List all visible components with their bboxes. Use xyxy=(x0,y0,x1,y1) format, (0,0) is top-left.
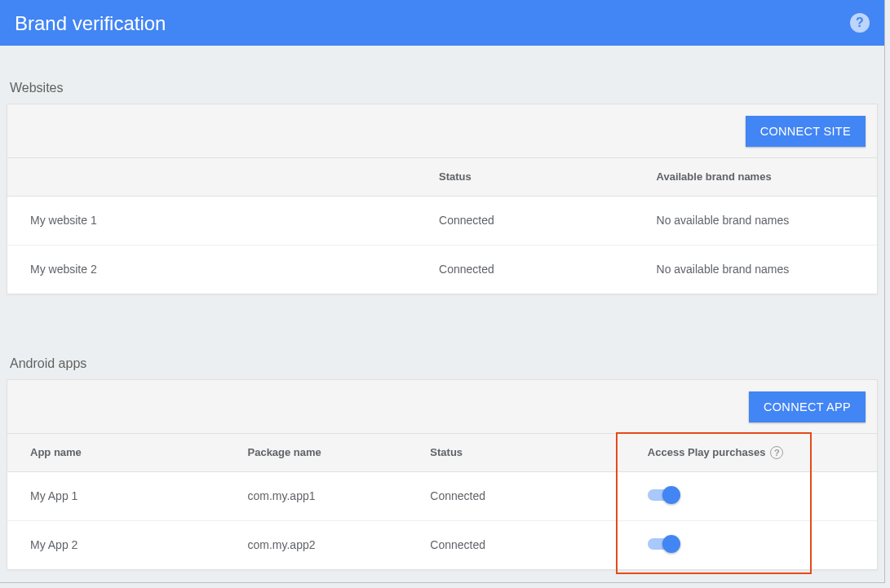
app-status: Connected xyxy=(407,520,625,569)
apps-col-access: Access Play purchases ? xyxy=(625,434,877,471)
table-row: My App 2 com.my.app2 Connected xyxy=(7,520,877,569)
app-access xyxy=(625,520,877,569)
table-row: My website 2 Connected No available bran… xyxy=(7,245,877,294)
help-icon[interactable]: ? xyxy=(770,446,783,459)
apps-col-pkg: Package name xyxy=(225,434,408,471)
help-icon[interactable]: ? xyxy=(850,13,870,33)
page-title: Brand verification xyxy=(15,12,166,33)
websites-section: Websites CONNECT SITE Status Available b… xyxy=(0,66,884,294)
websites-col-status: Status xyxy=(416,158,634,196)
app-status: Connected xyxy=(407,471,625,520)
websites-section-title: Websites xyxy=(7,66,878,104)
apps-col-name: App name xyxy=(7,434,225,471)
apps-action-bar: CONNECT APP xyxy=(7,380,877,434)
app-access xyxy=(625,471,877,520)
website-brands: No available brand names xyxy=(634,245,877,294)
website-name: My website 1 xyxy=(7,196,416,245)
connect-site-button[interactable]: CONNECT SITE xyxy=(746,116,866,147)
websites-table: Status Available brand names My website … xyxy=(7,158,877,294)
page-header: Brand verification ? xyxy=(0,0,884,46)
app-name: My App 2 xyxy=(7,520,225,569)
website-status: Connected xyxy=(416,245,634,294)
website-name: My website 2 xyxy=(7,245,416,294)
apps-card: CONNECT APP App name Package name Status… xyxy=(7,379,878,570)
app-pkg: com.my.app2 xyxy=(225,520,408,569)
apps-col-status: Status xyxy=(407,434,625,471)
apps-section-title: Android apps xyxy=(7,342,878,379)
website-brands: No available brand names xyxy=(634,196,877,245)
website-status: Connected xyxy=(416,196,634,245)
apps-col-access-label: Access Play purchases xyxy=(648,446,766,458)
access-toggle[interactable] xyxy=(648,487,680,503)
app-pkg: com.my.app1 xyxy=(225,471,408,520)
websites-col-brands: Available brand names xyxy=(634,158,877,196)
apps-table: App name Package name Status Access Play… xyxy=(7,434,877,569)
connect-app-button[interactable]: CONNECT APP xyxy=(749,391,866,422)
app-name: My App 1 xyxy=(7,471,225,520)
table-row: My website 1 Connected No available bran… xyxy=(7,196,877,245)
websites-action-bar: CONNECT SITE xyxy=(7,104,877,158)
table-row: My App 1 com.my.app1 Connected xyxy=(7,471,877,520)
apps-section: Android apps CONNECT APP App name Packag… xyxy=(0,342,884,570)
websites-col-name xyxy=(7,158,416,196)
websites-card: CONNECT SITE Status Available brand name… xyxy=(7,104,878,294)
access-toggle[interactable] xyxy=(648,536,680,552)
